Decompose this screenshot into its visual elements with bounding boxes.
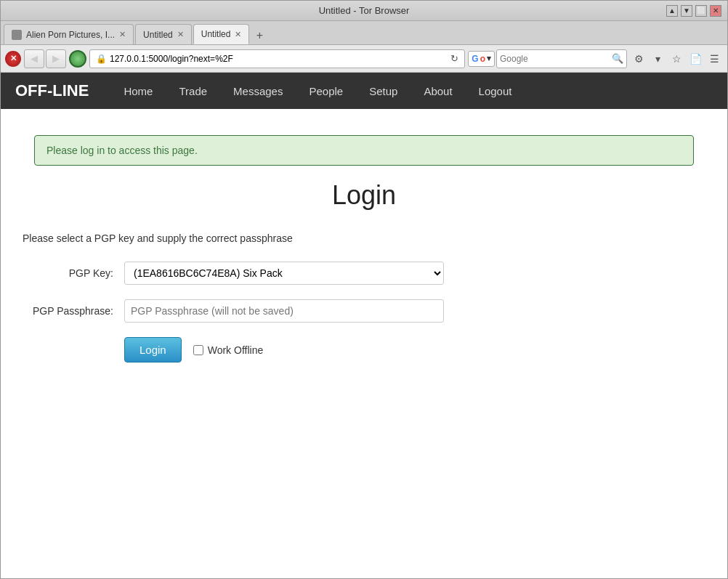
google-label2: o (480, 54, 485, 64)
login-button[interactable]: Login (124, 337, 182, 363)
star-icon[interactable]: ☆ (668, 50, 685, 68)
nav-about[interactable]: About (418, 81, 458, 101)
search-input[interactable] (500, 54, 609, 64)
pgp-key-label: PGP Key: (23, 267, 124, 279)
tab-2-close[interactable]: ✕ (177, 30, 184, 39)
nav-setup[interactable]: Setup (363, 81, 403, 101)
right-toolbar: ⚙ ▾ ☆ 📄 ☰ (630, 50, 723, 68)
pgp-passphrase-input[interactable] (124, 299, 444, 323)
nav-trade[interactable]: Trade (173, 81, 213, 101)
tor-ball-icon (69, 50, 86, 68)
work-offline-text: Work Offline (208, 344, 264, 356)
nav-home[interactable]: Home (118, 81, 158, 101)
search-bar[interactable]: 🔍 (496, 49, 627, 68)
app-brand: OFF-LINE (15, 81, 89, 100)
forward-button[interactable]: ▶ (46, 49, 66, 68)
work-offline-checkbox[interactable] (193, 345, 203, 355)
tab-1-close[interactable]: ✕ (119, 30, 126, 39)
address-input[interactable] (110, 54, 448, 64)
window-title: Untitled - Tor Browser (319, 5, 410, 16)
tab-1-icon (12, 30, 22, 40)
tab-1-label: Alien Porn Pictures, I... (26, 30, 115, 40)
settings-icon[interactable]: ⚙ (630, 50, 647, 68)
dropdown-icon[interactable]: ▾ (649, 50, 666, 68)
tab-2-label: Untitled (143, 30, 173, 40)
google-dropdown[interactable]: ▾ (487, 54, 491, 63)
app-navbar: OFF-LINE Home Trade Messages People Setu… (1, 73, 727, 109)
form-description: Please select a PGP key and supply the c… (23, 232, 705, 244)
lock-icon: 🔒 (96, 54, 107, 64)
tab-3-label: Untitled (201, 29, 231, 39)
tab-1[interactable]: Alien Porn Pictures, I... ✕ (4, 24, 134, 44)
tab-2[interactable]: Untitled ✕ (135, 24, 192, 44)
window-controls: ▲ ▼ ⬜ ✕ (666, 5, 721, 17)
page-title: Login (23, 180, 705, 211)
reader-icon[interactable]: 📄 (687, 50, 704, 68)
pgp-passphrase-group: PGP Passphrase: (23, 299, 705, 323)
pgp-passphrase-label: PGP Passphrase: (23, 305, 124, 317)
nav-messages[interactable]: Messages (227, 81, 288, 101)
work-offline-label[interactable]: Work Offline (193, 344, 264, 356)
nav-logout[interactable]: Logout (473, 81, 518, 101)
tor-icon: ✕ (5, 51, 21, 67)
maximize-button[interactable]: ⬜ (695, 5, 707, 17)
main-content: Please log in to access this page. Login… (1, 109, 727, 578)
tab-3-close[interactable]: ✕ (235, 30, 241, 39)
nav-people[interactable]: People (303, 81, 349, 101)
close-button[interactable]: ✕ (710, 5, 721, 17)
title-bar: Untitled - Tor Browser ▲ ▼ ⬜ ✕ (1, 1, 727, 21)
minimize-button[interactable]: ▲ (666, 5, 678, 17)
browser-window: Untitled - Tor Browser ▲ ▼ ⬜ ✕ Alien Por… (0, 0, 728, 579)
new-tab-button[interactable]: + (251, 27, 268, 44)
nav-icon-group: ◀ ▶ (24, 49, 66, 68)
search-icon[interactable]: 🔍 (612, 53, 623, 64)
tab-3[interactable]: Untitled ✕ (193, 24, 250, 44)
google-label: G (472, 54, 478, 64)
alert-message: Please log in to access this page. (46, 145, 198, 156)
pgp-key-group: PGP Key: (1EA8616BC6C74E8A) Six Pack (23, 262, 705, 285)
alert-banner: Please log in to access this page. (34, 135, 694, 166)
restore-button[interactable]: ▼ (681, 5, 692, 17)
pgp-key-select[interactable]: (1EA8616BC6C74E8A) Six Pack (124, 262, 444, 285)
address-bar[interactable]: 🔒 ↻ (89, 49, 465, 68)
google-search-btn[interactable]: G o ▾ (468, 51, 495, 67)
toolbar-icons: G o ▾ 🔍 (468, 49, 627, 68)
refresh-icon[interactable]: ↻ (450, 53, 458, 64)
back-button[interactable]: ◀ (24, 49, 44, 68)
menu-icon[interactable]: ☰ (705, 50, 723, 68)
nav-bar: ✕ ◀ ▶ 🔒 ↻ G o ▾ 🔍 ⚙ (1, 45, 727, 73)
tab-bar: Alien Porn Pictures, I... ✕ Untitled ✕ U… (1, 21, 727, 45)
form-actions: Login Work Offline (124, 337, 705, 363)
